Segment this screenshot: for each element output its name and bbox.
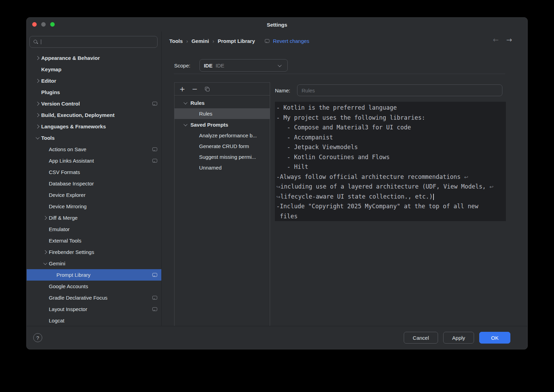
chevron-spacer [42,158,49,164]
prompt-name-input[interactable] [297,84,502,96]
sidebar-item-app-links-assistant[interactable]: App Links Assistant [27,155,161,166]
sidebar-item-languages-frameworks[interactable]: Languages & Frameworks [27,121,161,132]
zoom-button[interactable] [50,22,55,27]
copy-prompt-button[interactable] [204,86,211,92]
sidebar-item-csv-formats[interactable]: CSV Formats [27,166,161,178]
history-navigation: ← → [493,36,512,43]
prompt-item-unnamed[interactable]: Unnamed [175,162,270,173]
prompt-tree: RulesRulesSaved PromptsAnalyze performan… [175,95,270,173]
titlebar: Settings [27,18,527,31]
chevron-spacer [42,181,49,187]
scope-dropdown[interactable]: IDE IDE [199,59,288,72]
desktop-background: Settings Appearance & BehaviorKeymapEdit… [0,0,554,392]
apply-button[interactable]: Apply [443,332,474,344]
sidebar-item-appearance-behavior[interactable]: Appearance & Behavior [27,52,161,64]
sidebar-item-label: Database Inspector [49,181,94,186]
breadcrumb-separator-icon: › [186,38,188,44]
chevron-spacer [42,192,49,198]
chevron-right-icon[interactable] [34,112,41,118]
prompt-group-label: Rules [190,100,205,106]
soft-wrap-icon: ↩ [464,174,468,180]
revert-changes-link[interactable]: Revert changes [273,38,309,44]
sidebar-item-plugins[interactable]: Plugins [27,86,161,98]
back-arrow-icon[interactable]: ← [493,36,499,43]
sidebar-item-label: Gemini [49,261,65,266]
code-line: files [276,211,506,221]
code-text: - Compose and Material3 for UI code [276,124,411,131]
chevron-right-icon[interactable] [34,78,41,84]
minimize-button[interactable] [41,22,46,27]
sidebar-item-tools[interactable]: Tools [27,132,161,144]
breadcrumb-tools[interactable]: Tools [169,38,183,44]
code-line: - Compose and Material3 for UI code [276,122,506,133]
sidebar-item-google-accounts[interactable]: Google Accounts [27,281,161,292]
chevron-down-icon[interactable] [182,100,189,106]
sidebar-item-label: Plugins [41,89,60,95]
prompt-item-analyze-performance-b[interactable]: Analyze performance b... [175,130,270,141]
sidebar-item-label: Version Control [41,101,80,107]
chevron-down-icon [276,62,283,69]
forward-arrow-icon[interactable]: → [506,36,512,43]
sidebar-item-firebender-settings[interactable]: Firebender Settings [27,246,161,258]
sidebar-item-database-inspector[interactable]: Database Inspector [27,178,161,189]
chevron-right-icon[interactable] [34,55,41,61]
sidebar-item-layout-inspector[interactable]: Layout Inspector [27,303,161,315]
prompt-group-saved-prompts[interactable]: Saved Prompts [175,119,270,130]
prompt-item-label: Rules [199,111,212,117]
chevron-spacer [42,238,49,244]
scope-label: Scope: [174,63,190,69]
sidebar-item-label: Device Explorer [49,192,86,198]
code-text: - Accompanist [276,134,333,141]
sidebar-item-device-explorer[interactable]: Device Explorer [27,189,161,201]
sidebar-item-gemini[interactable]: Gemini [27,258,161,269]
sidebar-item-prompt-library[interactable]: Prompt Library [27,269,161,281]
add-prompt-button[interactable]: + [179,86,186,92]
chevron-down-icon[interactable] [34,135,41,141]
text-caret [433,194,434,200]
prompt-name-row: Name: [275,84,502,96]
sidebar-item-build-execution-deployment[interactable]: Build, Execution, Deployment [27,109,161,121]
sidebar-item-gradle-declarative-focus[interactable]: Gradle Declarative Focus [27,292,161,303]
prompt-group-rules[interactable]: Rules [175,97,270,108]
sidebar-item-keymap[interactable]: Keymap [27,64,161,75]
chevron-spacer [42,306,49,312]
settings-window: Settings Appearance & BehaviorKeymapEdit… [26,17,528,349]
copy-icon [205,87,209,91]
sidebar-item-label: Gradle Declarative Focus [49,295,107,301]
prompt-item-generate-crud-form[interactable]: Generate CRUD form [175,141,270,152]
prompt-item-rules[interactable]: Rules [175,108,270,119]
help-button[interactable]: ? [33,333,42,342]
settings-search-input[interactable] [29,36,158,48]
chevron-spacer [42,203,49,210]
code-text: including use of a layered architecture … [280,183,490,190]
chevron-spacer [34,89,41,95]
code-text: - Kotlin is the preferred language [276,104,397,111]
cancel-button[interactable]: Cancel [404,332,438,344]
chevron-down-icon[interactable] [182,121,189,128]
sidebar-item-editor[interactable]: Editor [27,75,161,86]
chevron-right-icon[interactable] [34,101,41,107]
remove-prompt-button[interactable]: − [191,86,198,92]
text-caret [41,39,41,44]
chevron-right-icon[interactable] [34,124,41,130]
chevron-right-icon[interactable] [42,249,49,255]
code-text: lifecycle-aware UI state collection., et… [280,193,433,200]
breadcrumb-prompt-library[interactable]: Prompt Library [218,38,255,44]
sidebar-item-version-control[interactable]: Version Control [27,98,161,109]
sidebar-item-emulator[interactable]: Emulator [27,224,161,235]
sidebar-item-external-tools[interactable]: External Tools [27,235,161,246]
prompt-text-editor[interactable]: - Kotlin is the preferred language- My p… [275,102,506,221]
sidebar-item-logcat[interactable]: Logcat [27,315,161,326]
chevron-down-icon[interactable] [42,261,49,267]
chevron-spacer [42,318,49,324]
chevron-right-icon[interactable] [42,215,49,221]
prompt-item-suggest-missing-permi[interactable]: Suggest missing permi... [175,152,270,162]
sidebar-item-device-mirroring[interactable]: Device Mirroring [27,201,161,212]
ok-button[interactable]: OK [479,332,510,344]
breadcrumb-gemini[interactable]: Gemini [191,38,209,44]
close-button[interactable] [32,22,37,27]
sidebar-item-actions-on-save[interactable]: Actions on Save [27,144,161,155]
code-line: - My project uses the following librarie… [276,113,506,123]
sidebar-item-label: Languages & Frameworks [41,124,106,129]
sidebar-item-diff-merge[interactable]: Diff & Merge [27,212,161,224]
